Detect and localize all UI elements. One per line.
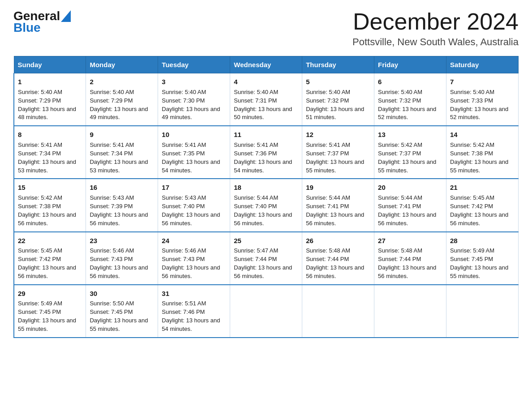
day-number: 27 (378, 236, 442, 246)
daylight-text: Daylight: 13 hours and 56 minutes. (162, 211, 220, 227)
calendar-cell: 29Sunrise: 5:49 AMSunset: 7:45 PMDayligh… (14, 285, 86, 338)
daylight-text: Daylight: 13 hours and 56 minutes. (378, 264, 436, 279)
sunrise-text: Sunrise: 5:49 AM (450, 247, 494, 254)
sunset-text: Sunset: 7:32 PM (306, 97, 349, 104)
daylight-text: Daylight: 13 hours and 53 minutes. (90, 158, 148, 174)
sunrise-text: Sunrise: 5:41 AM (162, 141, 206, 148)
daylight-text: Daylight: 13 hours and 55 minutes. (450, 264, 508, 279)
calendar-cell: 17Sunrise: 5:43 AMSunset: 7:40 PMDayligh… (158, 179, 230, 231)
sunset-text: Sunset: 7:29 PM (18, 97, 61, 104)
calendar-cell: 25Sunrise: 5:47 AMSunset: 7:44 PMDayligh… (230, 232, 302, 285)
sunrise-text: Sunrise: 5:51 AM (162, 300, 206, 307)
sunset-text: Sunset: 7:37 PM (306, 150, 349, 157)
calendar-cell: 27Sunrise: 5:48 AMSunset: 7:44 PMDayligh… (374, 232, 446, 285)
day-number: 9 (90, 130, 154, 140)
daylight-text: Daylight: 13 hours and 51 minutes. (306, 106, 364, 121)
daylight-text: Daylight: 13 hours and 50 minutes. (234, 106, 292, 121)
col-header-friday: Friday (374, 56, 446, 73)
day-number: 18 (234, 183, 298, 193)
calendar-cell: 20Sunrise: 5:44 AMSunset: 7:41 PMDayligh… (374, 179, 446, 231)
calendar-body: 1Sunrise: 5:40 AMSunset: 7:29 PMDaylight… (14, 73, 519, 338)
calendar-cell: 5Sunrise: 5:40 AMSunset: 7:32 PMDaylight… (302, 73, 374, 126)
calendar-cell: 3Sunrise: 5:40 AMSunset: 7:30 PMDaylight… (158, 73, 230, 126)
daylight-text: Daylight: 13 hours and 52 minutes. (450, 106, 508, 121)
day-number: 25 (234, 236, 298, 246)
sunset-text: Sunset: 7:34 PM (90, 150, 133, 157)
daylight-text: Daylight: 13 hours and 54 minutes. (162, 317, 220, 332)
sunset-text: Sunset: 7:43 PM (90, 256, 133, 262)
day-number: 24 (162, 236, 226, 246)
daylight-text: Daylight: 13 hours and 49 minutes. (90, 106, 148, 121)
sunrise-text: Sunrise: 5:48 AM (378, 247, 422, 254)
calendar-cell: 24Sunrise: 5:46 AMSunset: 7:43 PMDayligh… (158, 232, 230, 285)
sunrise-text: Sunrise: 5:40 AM (234, 89, 278, 95)
sunrise-text: Sunrise: 5:40 AM (378, 89, 422, 95)
daylight-text: Daylight: 13 hours and 49 minutes. (162, 106, 220, 121)
calendar-cell: 11Sunrise: 5:41 AMSunset: 7:36 PMDayligh… (230, 126, 302, 179)
sunrise-text: Sunrise: 5:45 AM (450, 194, 494, 201)
page-title: December 2024 (352, 9, 519, 34)
sunrise-text: Sunrise: 5:41 AM (306, 141, 350, 148)
day-number: 13 (378, 130, 442, 140)
day-number: 28 (450, 236, 515, 246)
day-number: 30 (90, 289, 154, 299)
sunrise-text: Sunrise: 5:41 AM (90, 141, 134, 148)
sunset-text: Sunset: 7:44 PM (378, 256, 421, 262)
calendar-cell: 23Sunrise: 5:46 AMSunset: 7:43 PMDayligh… (86, 232, 158, 285)
calendar-week-2: 8Sunrise: 5:41 AMSunset: 7:34 PMDaylight… (14, 126, 519, 179)
daylight-text: Daylight: 13 hours and 54 minutes. (234, 158, 292, 174)
daylight-text: Daylight: 13 hours and 56 minutes. (306, 211, 364, 227)
sunset-text: Sunset: 7:41 PM (378, 203, 421, 210)
daylight-text: Daylight: 13 hours and 56 minutes. (162, 264, 220, 279)
day-number: 26 (306, 236, 370, 246)
sunset-text: Sunset: 7:33 PM (450, 97, 493, 104)
daylight-text: Daylight: 13 hours and 56 minutes. (18, 211, 76, 227)
sunset-text: Sunset: 7:44 PM (306, 256, 349, 262)
calendar-cell (302, 285, 374, 338)
daylight-text: Daylight: 13 hours and 56 minutes. (234, 264, 292, 279)
sunset-text: Sunset: 7:29 PM (90, 97, 133, 104)
sunset-text: Sunset: 7:36 PM (234, 150, 277, 157)
calendar-week-3: 15Sunrise: 5:42 AMSunset: 7:38 PMDayligh… (14, 179, 519, 231)
day-number: 15 (18, 183, 82, 193)
sunrise-text: Sunrise: 5:40 AM (18, 89, 62, 95)
sunrise-text: Sunrise: 5:40 AM (90, 89, 134, 95)
sunrise-text: Sunrise: 5:43 AM (162, 194, 206, 201)
sunrise-text: Sunrise: 5:46 AM (90, 247, 134, 254)
daylight-text: Daylight: 13 hours and 56 minutes. (378, 211, 436, 227)
col-header-wednesday: Wednesday (230, 56, 302, 73)
sunrise-text: Sunrise: 5:48 AM (306, 247, 350, 254)
calendar-cell: 26Sunrise: 5:48 AMSunset: 7:44 PMDayligh… (302, 232, 374, 285)
day-number: 11 (234, 130, 298, 140)
daylight-text: Daylight: 13 hours and 56 minutes. (234, 211, 292, 227)
col-header-monday: Monday (86, 56, 158, 73)
calendar-header: SundayMondayTuesdayWednesdayThursdayFrid… (14, 56, 519, 73)
calendar-cell (374, 285, 446, 338)
calendar-cell (230, 285, 302, 338)
logo-icon: General Blue (13, 9, 71, 35)
sunrise-text: Sunrise: 5:41 AM (18, 141, 62, 148)
sunset-text: Sunset: 7:39 PM (90, 203, 133, 210)
day-number: 14 (450, 130, 515, 140)
daylight-text: Daylight: 13 hours and 56 minutes. (18, 264, 76, 279)
day-number: 12 (306, 130, 370, 140)
calendar-table: SundayMondayTuesdayWednesdayThursdayFrid… (13, 56, 519, 338)
day-number: 7 (450, 77, 515, 87)
page-header: General Blue December 2024 Pottsville, N… (13, 9, 519, 48)
day-number: 8 (18, 130, 82, 140)
sunrise-text: Sunrise: 5:45 AM (18, 247, 62, 254)
sunrise-text: Sunrise: 5:44 AM (378, 194, 422, 201)
calendar-cell: 16Sunrise: 5:43 AMSunset: 7:39 PMDayligh… (86, 179, 158, 231)
calendar-cell: 6Sunrise: 5:40 AMSunset: 7:32 PMDaylight… (374, 73, 446, 126)
logo-blue-text: Blue (13, 21, 41, 35)
sunset-text: Sunset: 7:45 PM (450, 256, 493, 262)
day-number: 1 (18, 77, 82, 87)
sunrise-text: Sunrise: 5:42 AM (18, 194, 62, 201)
sunrise-text: Sunrise: 5:41 AM (234, 141, 278, 148)
svg-marker-0 (61, 10, 71, 22)
sunrise-text: Sunrise: 5:46 AM (162, 247, 206, 254)
day-number: 3 (162, 77, 226, 87)
calendar-cell: 2Sunrise: 5:40 AMSunset: 7:29 PMDaylight… (86, 73, 158, 126)
sunset-text: Sunset: 7:40 PM (162, 203, 205, 210)
calendar-cell: 30Sunrise: 5:50 AMSunset: 7:45 PMDayligh… (86, 285, 158, 338)
